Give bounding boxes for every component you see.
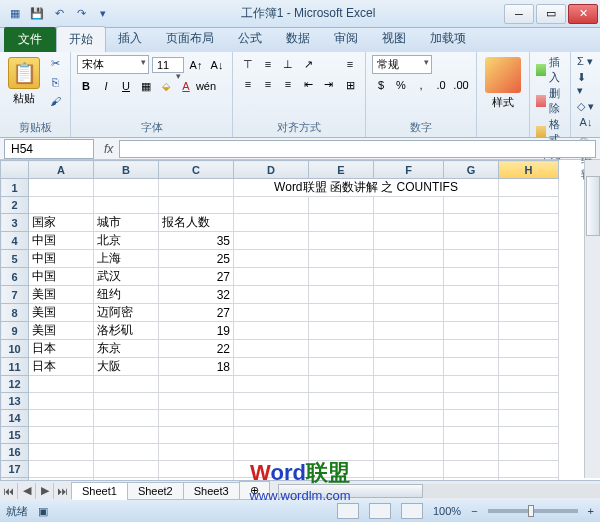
cell-F4[interactable] [374,232,444,250]
cut-icon[interactable]: ✂ [46,55,64,71]
sheet-nav-prev-icon[interactable]: ◀ [18,483,36,499]
cell-E5[interactable] [309,250,374,268]
cell-A14[interactable] [29,410,94,427]
cell-B7[interactable]: 纽约 [94,286,159,304]
excel-icon[interactable]: ▦ [6,5,24,23]
cell-C13[interactable] [159,393,234,410]
cell-C9[interactable]: 19 [159,322,234,340]
cell-G3[interactable] [444,214,499,232]
cell-B10[interactable]: 东京 [94,340,159,358]
horizontal-scrollbar[interactable] [278,484,600,498]
fill-color-button[interactable]: ⬙ [157,77,175,95]
col-header-C[interactable]: C [159,161,234,179]
ribbon-tab-6[interactable]: 视图 [370,26,418,52]
sheet-nav-next-icon[interactable]: ▶ [36,483,54,499]
accounting-icon[interactable]: $ [372,76,390,94]
cell-G10[interactable] [444,340,499,358]
cell-B6[interactable]: 武汉 [94,268,159,286]
cell-E11[interactable] [309,358,374,376]
cell-A15[interactable] [29,427,94,444]
cell-H11[interactable] [499,358,559,376]
horizontal-scroll-thumb[interactable] [278,484,423,498]
cell-A18[interactable] [29,478,94,481]
number-format-combo[interactable]: 常规 [372,55,432,74]
cell-B14[interactable] [94,410,159,427]
undo-icon[interactable]: ↶ [50,5,68,23]
align-top-icon[interactable]: ⊤ [239,55,257,73]
cell-H17[interactable] [499,461,559,478]
cell-A9[interactable]: 美国 [29,322,94,340]
cell-D4[interactable] [234,232,309,250]
sort-filter-icon[interactable]: A↓ [577,113,595,131]
delete-cells-button[interactable]: 删除 [536,86,564,116]
row-header-6[interactable]: 6 [1,268,29,286]
cell-E9[interactable] [309,322,374,340]
cell-H4[interactable] [499,232,559,250]
cell-H9[interactable] [499,322,559,340]
ribbon-tab-0[interactable]: 开始 [56,26,106,52]
cell-B11[interactable]: 大阪 [94,358,159,376]
cell-H12[interactable] [499,376,559,393]
cell-C11[interactable]: 18 [159,358,234,376]
cell-C12[interactable] [159,376,234,393]
cell-H8[interactable] [499,304,559,322]
align-middle-icon[interactable]: ≡ [259,55,277,73]
cell-H3[interactable] [499,214,559,232]
font-size-combo[interactable]: 11 [152,57,184,73]
cell-A10[interactable]: 日本 [29,340,94,358]
cell-C17[interactable] [159,461,234,478]
cell-B8[interactable]: 迈阿密 [94,304,159,322]
cell-D2[interactable] [234,197,309,214]
new-sheet-button[interactable]: ⊕ [239,481,270,500]
cell-B15[interactable] [94,427,159,444]
cell-D7[interactable] [234,286,309,304]
row-header-7[interactable]: 7 [1,286,29,304]
sheet-nav-last-icon[interactable]: ⏭ [54,483,72,499]
row-header-11[interactable]: 11 [1,358,29,376]
sheet-nav-first-icon[interactable]: ⏮ [0,483,18,499]
cell-A4[interactable]: 中国 [29,232,94,250]
cell-H16[interactable] [499,444,559,461]
formula-input[interactable] [119,140,596,158]
cell-F3[interactable] [374,214,444,232]
cell-A1[interactable] [29,179,94,197]
cell-C10[interactable]: 22 [159,340,234,358]
align-center-icon[interactable]: ≡ [259,75,277,93]
font-name-combo[interactable]: 宋体 [77,55,149,74]
cell-D13[interactable] [234,393,309,410]
cell-D14[interactable] [234,410,309,427]
row-header-16[interactable]: 16 [1,444,29,461]
row-header-4[interactable]: 4 [1,232,29,250]
cell-C16[interactable] [159,444,234,461]
cell-C3[interactable]: 报名人数 [159,214,234,232]
ribbon-tab-3[interactable]: 公式 [226,26,274,52]
cell-H10[interactable] [499,340,559,358]
cell-H1[interactable] [499,179,559,197]
clear-button[interactable]: ◇ ▾ [577,100,595,113]
worksheet-grid[interactable]: ABCDEFGH1Word联盟 函数讲解 之 COUNTIFS23国家城市报名人… [0,160,600,480]
decrease-font-icon[interactable]: A↓ [208,56,226,74]
autosum-button[interactable]: Σ ▾ [577,55,595,68]
row-header-1[interactable]: 1 [1,179,29,197]
sheet-tab-Sheet2[interactable]: Sheet2 [127,482,184,500]
cell-D1-merged[interactable]: Word联盟 函数讲解 之 COUNTIFS [234,179,499,197]
name-box[interactable]: H54 [4,139,94,159]
bold-button[interactable]: B [77,77,95,95]
cell-E16[interactable] [309,444,374,461]
col-header-F[interactable]: F [374,161,444,179]
cell-D17[interactable] [234,461,309,478]
cell-E6[interactable] [309,268,374,286]
cell-G5[interactable] [444,250,499,268]
cell-E17[interactable] [309,461,374,478]
cell-B3[interactable]: 城市 [94,214,159,232]
fx-icon[interactable]: fx [98,142,119,156]
cell-E3[interactable] [309,214,374,232]
cell-D11[interactable] [234,358,309,376]
cell-G6[interactable] [444,268,499,286]
fill-button[interactable]: ⬇ ▾ [577,71,595,97]
cell-E7[interactable] [309,286,374,304]
cell-F7[interactable] [374,286,444,304]
cell-C6[interactable]: 27 [159,268,234,286]
comma-icon[interactable]: , [412,76,430,94]
zoom-in-button[interactable]: + [588,505,594,517]
